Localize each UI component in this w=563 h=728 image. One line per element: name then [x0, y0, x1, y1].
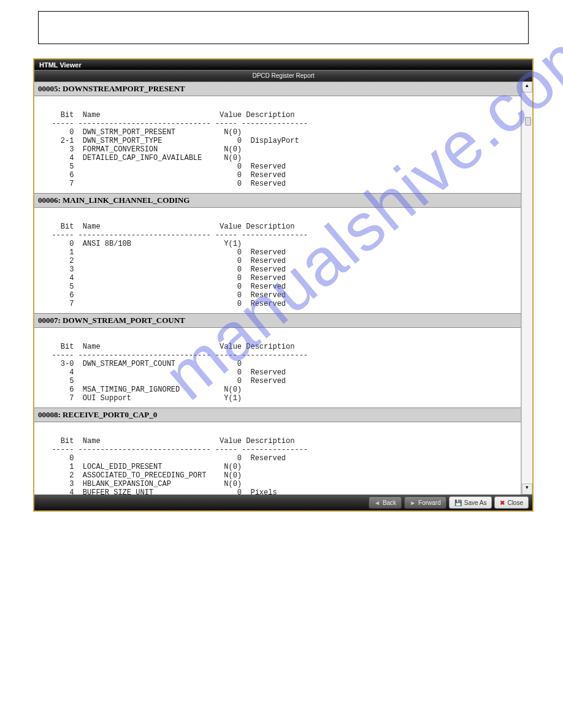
save-icon: 💾: [454, 499, 462, 506]
forward-label: Forward: [418, 499, 441, 506]
forward-button[interactable]: ► Forward: [404, 496, 446, 509]
vertical-scrollbar[interactable]: ▴ ▾: [521, 82, 532, 495]
html-viewer-window: HTML Viewer DPCD Register Report 00005: …: [33, 58, 534, 512]
report-content: 00005: DOWNSTREAMPORT_PRESENT Bit Name V…: [34, 82, 521, 495]
register-header: 00007: DOWN_STREAM_PORT_COUNT: [34, 313, 521, 328]
arrow-left-icon: ◄: [374, 499, 380, 506]
close-label: Close: [507, 499, 523, 506]
arrow-right-icon: ►: [410, 499, 416, 506]
window-title: HTML Viewer: [34, 59, 532, 70]
report-title-bar: DPCD Register Report: [34, 70, 532, 82]
footer-toolbar: ◄ Back ► Forward 💾 Save As ✖ Close: [34, 495, 532, 510]
register-header: 00006: MAIN_LINK_CHANNEL_CODING: [34, 193, 521, 208]
back-button[interactable]: ◄ Back: [369, 496, 402, 509]
scroll-up-button[interactable]: ▴: [522, 82, 532, 93]
save-as-button[interactable]: 💾 Save As: [449, 496, 492, 509]
close-icon: ✖: [500, 499, 505, 506]
scroll-track[interactable]: [522, 93, 532, 483]
close-button[interactable]: ✖ Close: [494, 496, 529, 509]
register-body: Bit Name Value Description ----- -------…: [34, 96, 521, 193]
register-body: Bit Name Value Description ----- -------…: [34, 208, 521, 313]
scroll-thumb[interactable]: [525, 117, 531, 126]
register-header: 00008: RECEIVE_PORT0_CAP_0: [34, 408, 521, 422]
save-as-label: Save As: [464, 499, 487, 506]
register-header: 00005: DOWNSTREAMPORT_PRESENT: [34, 82, 521, 96]
back-label: Back: [383, 499, 396, 506]
scroll-down-button[interactable]: ▾: [522, 483, 532, 495]
register-body: Bit Name Value Description ----- -------…: [34, 422, 521, 495]
register-body: Bit Name Value Description ----- -------…: [34, 328, 521, 408]
top-empty-box: [38, 11, 529, 44]
